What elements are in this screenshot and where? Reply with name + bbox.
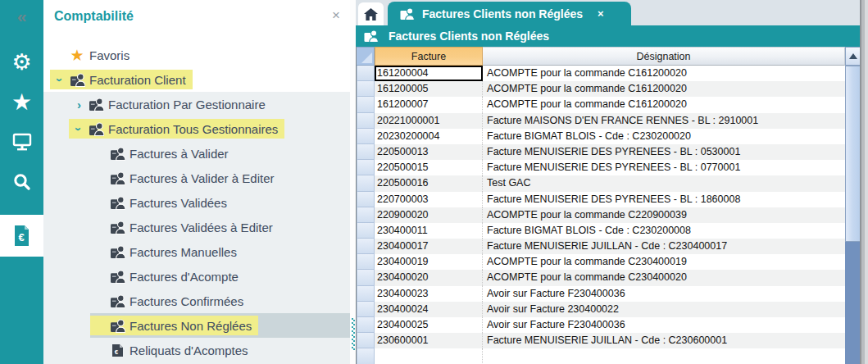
panel-close-icon[interactable]: ×: [332, 7, 340, 24]
facture-cell[interactable]: 230600001: [375, 333, 483, 348]
tree-item-factures-valid-es[interactable]: Factures Validées: [90, 190, 350, 215]
column-header-facture[interactable]: Facture: [375, 47, 483, 66]
tree-item-content[interactable]: Factures d'Acompte: [90, 266, 245, 286]
row-header-cell[interactable]: [357, 192, 375, 207]
designation-cell[interactable]: Facture MENUISERIE DES PYRENEES - BL : 0…: [483, 160, 845, 175]
favorites-star-icon[interactable]: ★: [0, 89, 43, 116]
scroll-up-button[interactable]: [845, 47, 861, 66]
row-header-cell[interactable]: [357, 270, 375, 285]
tree-item-content[interactable]: Factures Non Réglées: [90, 316, 258, 335]
facture-cell[interactable]: [375, 348, 483, 364]
designation-cell[interactable]: Facture MENUISERIE JUILLAN - Cde : C2306…: [483, 333, 845, 348]
panel-splitter[interactable]: [350, 0, 356, 364]
facture-cell[interactable]: 230400020: [375, 270, 483, 285]
facture-cell[interactable]: 220900020: [375, 207, 483, 223]
invoices-euro-tab-selected[interactable]: €: [0, 215, 43, 257]
designation-cell[interactable]: ACOMPTE pour la commande C161200020: [483, 97, 845, 112]
designation-cell[interactable]: Avoir sur Facture F230400036: [483, 286, 845, 302]
facture-cell[interactable]: 230400019: [375, 254, 483, 270]
designation-cell[interactable]: Facture BIGMAT BLOIS - Cde : C230200008: [483, 223, 845, 239]
tree-item-reliquats-d-acomptes[interactable]: €Reliquats d'Acomptes: [90, 338, 350, 362]
row-header-cell[interactable]: [357, 175, 375, 191]
tree-item-content[interactable]: €Reliquats d'Acomptes: [90, 340, 255, 360]
tree-item-favoris[interactable]: ★Favoris: [50, 43, 350, 67]
facture-cell[interactable]: 220500013: [375, 144, 483, 160]
row-header-cell[interactable]: [357, 223, 375, 239]
tree-item-facturation-tous-gestionnaires[interactable]: ›Facturation Tous Gestionnaires: [69, 116, 350, 141]
tree-item-content[interactable]: Factures à Valider à Editer: [90, 168, 280, 188]
tree-item-factures-d-acompte[interactable]: Factures d'Acompte: [90, 264, 350, 289]
designation-cell[interactable]: Facture MAISONS D'EN FRANCE RENNES - BL …: [483, 113, 845, 129]
row-header-cell[interactable]: [357, 113, 375, 129]
facture-cell[interactable]: 230400024: [375, 302, 483, 317]
row-header-cell[interactable]: [357, 333, 375, 348]
designation-cell[interactable]: ACOMPTE pour la commande C161200020: [483, 66, 845, 81]
row-header-cell[interactable]: [357, 81, 375, 97]
designation-cell[interactable]: ACOMPTE pour la commande C230400020: [483, 270, 845, 285]
vertical-scrollbar[interactable]: [845, 47, 861, 364]
row-header-cell[interactable]: [357, 286, 375, 302]
row-header-cell[interactable]: [357, 160, 375, 175]
designation-cell[interactable]: ACOMPTE pour la commande C161200020: [483, 81, 845, 97]
tree-item-factures-manuelles[interactable]: Factures Manuelles: [90, 239, 350, 264]
grid-select-all-corner[interactable]: [357, 47, 375, 66]
tree-item-content[interactable]: Factures Manuelles: [90, 242, 243, 262]
row-header-cell[interactable]: [357, 66, 375, 81]
designation-cell[interactable]: ACOMPTE pour la commande C230400019: [483, 254, 845, 270]
tree-item-facturation-client[interactable]: ›Facturation Client: [50, 67, 350, 92]
designation-cell[interactable]: Facture MENUISERIE JUILLAN - Cde : C2304…: [483, 239, 845, 254]
settings-gear-icon[interactable]: ⚙: [0, 49, 43, 75]
facture-cell[interactable]: 220500015: [375, 160, 483, 175]
tree-item-factures-valider-editer[interactable]: Factures à Valider à Editer: [90, 166, 350, 190]
scrollbar-thumb[interactable]: [845, 66, 861, 242]
tab-close-icon[interactable]: ×: [598, 7, 604, 20]
chevron-down-icon[interactable]: ›: [54, 71, 66, 89]
facture-cell[interactable]: 20221000001: [375, 113, 483, 129]
facture-cell[interactable]: 220700003: [375, 192, 483, 207]
designation-cell[interactable]: Facture BIGMAT BLOIS - Cde : C230200020: [483, 129, 845, 144]
facture-cell[interactable]: 230400025: [375, 317, 483, 333]
tree-item-content[interactable]: Factures à Valider: [90, 143, 235, 163]
collapse-panel-icon[interactable]: «: [0, 7, 43, 26]
tree-item-factures-non-r-gl-es[interactable]: Factures Non Réglées: [90, 313, 350, 338]
designation-cell[interactable]: Test GAC: [483, 175, 845, 191]
tree-item-content[interactable]: ★Favoris: [50, 45, 136, 65]
tree-item-content[interactable]: Factures Validées: [90, 193, 234, 212]
chevron-down-icon[interactable]: ›: [73, 121, 85, 138]
tab-factures-clients-non-reglees[interactable]: Factures Clients non Réglées ×: [388, 2, 631, 25]
facture-cell[interactable]: 161200007: [375, 97, 483, 112]
facture-cell[interactable]: 230400011: [375, 223, 483, 239]
facture-cell[interactable]: 230400023: [375, 286, 483, 302]
row-header-cell[interactable]: [357, 254, 375, 270]
column-header-designation[interactable]: Désignation: [483, 47, 845, 66]
tree-item-content[interactable]: Factures Validées à Editer: [90, 217, 279, 237]
splitter-grip-icon[interactable]: [351, 318, 355, 351]
monitor-icon[interactable]: [0, 131, 43, 156]
tree-item-factures-valider[interactable]: Factures à Valider: [90, 141, 350, 166]
tree-item-content[interactable]: ›Facturation Tous Gestionnaires: [69, 119, 284, 139]
tree-item-content[interactable]: ›Facturation Client: [50, 70, 193, 89]
facture-cell[interactable]: 20230200004: [375, 129, 483, 144]
designation-cell[interactable]: Avoir sur Facture F230400036: [483, 317, 845, 333]
row-header-cell[interactable]: [357, 97, 375, 112]
designation-cell[interactable]: [483, 348, 845, 364]
tree-item-content[interactable]: ›Facturation Par Gestionnaire: [69, 94, 272, 114]
row-header-cell[interactable]: [357, 302, 375, 317]
chevron-right-icon[interactable]: ›: [70, 98, 88, 111]
designation-cell[interactable]: Avoir sur Facture 230400022: [483, 302, 845, 317]
facture-cell[interactable]: 230400017: [375, 239, 483, 254]
designation-cell[interactable]: Facture MENUISERIE DES PYRENEES - BL : 0…: [483, 144, 845, 160]
tree-item-factures-confirm-es[interactable]: Factures Confirmées: [90, 289, 350, 313]
row-header-cell[interactable]: [357, 144, 375, 160]
row-header-cell[interactable]: [357, 207, 375, 223]
designation-cell[interactable]: ACOMPTE pour la commande C220900039: [483, 207, 845, 223]
facture-cell-focused[interactable]: 161200004: [375, 66, 483, 81]
row-header-cell[interactable]: [357, 239, 375, 254]
search-icon[interactable]: [0, 171, 43, 198]
designation-cell[interactable]: Facture MENUISERIE DES PYRENEES - BL : 1…: [483, 192, 845, 207]
tree-item-factures-valid-es-editer[interactable]: Factures Validées à Editer: [90, 215, 350, 239]
facture-cell[interactable]: 161200005: [375, 81, 483, 97]
tree-item-content[interactable]: Factures Confirmées: [90, 291, 250, 311]
row-header-cell[interactable]: [357, 317, 375, 333]
row-header-cell[interactable]: [357, 348, 375, 364]
